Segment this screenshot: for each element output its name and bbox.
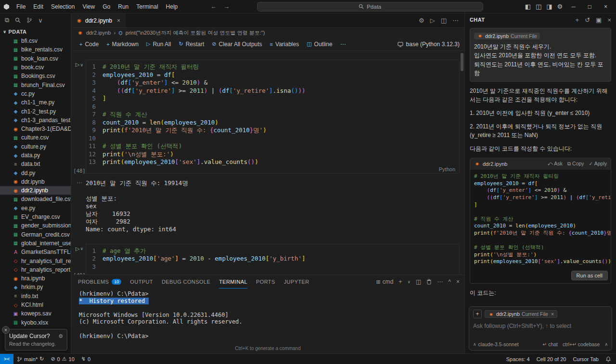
file-item-book-loan-csv[interactable]: ▦book_loan.csv [0, 54, 71, 63]
notebook-settings-icon[interactable]: ⚙ [419, 17, 424, 24]
code-line[interactable]: 4 ((df['y_retire'] >= 2011) | (df['y_ret… [86, 87, 459, 95]
file-item-hra-ipynb[interactable]: ◉hra.ipynb [0, 274, 71, 283]
add-context-button[interactable]: + [473, 310, 482, 318]
file-item-chapter3-1-eda-des-[interactable]: ◉Chapter3-1(EDA&Des... [0, 125, 71, 133]
run-cell-button[interactable]: ▷∨ [76, 62, 83, 68]
menu-help[interactable]: Help [162, 1, 182, 12]
file-item-ch1-3-pandas-test-py[interactable]: ◆ch1-3_pandas_test.py [0, 116, 71, 125]
tab-close-icon[interactable]: × [117, 17, 120, 24]
menu-go[interactable]: Go [99, 1, 114, 12]
run-as-cell-button[interactable]: Run as cell [571, 271, 608, 280]
status-cursor-tab[interactable]: Cursor Tab [569, 356, 602, 362]
file-item-global-internet-users-[interactable]: ▦global_internet_users... [0, 239, 71, 248]
context-chip[interactable]: ◉ ddr2.ipynb Current File [474, 33, 540, 39]
menu-view[interactable]: View [78, 1, 99, 12]
file-item-ddr2-ipynb[interactable]: ◉ddr2.ipynb [0, 186, 71, 195]
split-editor-icon[interactable]: ◫ [441, 17, 447, 24]
code-cell-2[interactable]: ▷∨ [49] 1# age 열 추가2employees_2010['age'… [73, 244, 460, 275]
file-item-hr-analytics-report-ht-[interactable]: ◇hr_analytics_report.ht... [0, 265, 71, 274]
code-line[interactable]: 2employees_2010 = df[ [86, 71, 459, 79]
new-chat-icon[interactable]: + [576, 16, 579, 24]
notification-close-icon[interactable]: × [2, 326, 10, 334]
code-line[interactable]: ] [474, 201, 607, 209]
menu-edit[interactable]: Edit [29, 1, 47, 12]
notification-link[interactable]: Read the changelog. [9, 341, 63, 347]
code-line[interactable]: 3 (df['y_enter'] <= 2010) & [86, 79, 459, 87]
copy-button[interactable]: ⧉ Copy [567, 161, 584, 167]
code-line[interactable]: 12print('\n성별 분포:') [86, 151, 459, 159]
chat-popout-icon[interactable]: ▣ [596, 16, 602, 24]
panel-tab-terminal[interactable]: TERMINAL [219, 275, 247, 289]
panel-close-icon[interactable]: × [456, 278, 460, 285]
window-maximize-button[interactable]: □ [584, 3, 595, 10]
remote-indicator[interactable]: >< [0, 354, 13, 364]
file-item-hrkim-py[interactable]: ◆hrkim.py [0, 283, 71, 291]
panel-tab-output[interactable]: OUTPUT [130, 275, 153, 289]
clear-all-outputs-button[interactable]: ⊘Clear All Outputs [208, 39, 265, 49]
output-collapse-icon[interactable]: ⋯ [73, 179, 86, 233]
toggle-primary-sidebar-icon[interactable]: ◧ [525, 3, 531, 10]
tab-ddr2-ipynb[interactable]: ◉ ddr2.ipynb × [71, 13, 126, 27]
ports-item[interactable]: ↯0 [78, 356, 94, 362]
run-editor-icon[interactable]: ▷ [430, 17, 435, 24]
file-item-brunch-final-csv[interactable]: ▦brunch_Final.csv [0, 80, 71, 89]
code-line[interactable]: 3 [86, 263, 459, 271]
outline-button[interactable]: ◫Outline [303, 39, 335, 49]
new-terminal-icon[interactable]: + [398, 278, 402, 285]
variables-button[interactable]: ≡Variables [267, 39, 303, 49]
code-line[interactable] [474, 237, 607, 244]
nav-back-icon[interactable]: ← [210, 3, 217, 10]
restart-kernel-button[interactable]: ↻Restart [175, 39, 207, 49]
code-line[interactable]: employees_2010 = df[ [474, 180, 607, 188]
kernel-picker[interactable]: base (Python 3.12.3) [398, 41, 460, 48]
settings-gear-icon[interactable]: ⚙ [557, 3, 563, 10]
remove-context-icon[interactable]: × [551, 311, 554, 317]
chat-scroll-area[interactable]: ◉ ddr2.ipynb Current File 2010년말 기준 직원수 … [465, 26, 616, 303]
expand-icon[interactable]: ∧ [604, 342, 608, 347]
file-item-cc-py[interactable]: ◆cc.py [0, 89, 71, 98]
file-item-data-txt[interactable]: ≡data.txt [0, 160, 71, 168]
window-minimize-button[interactable]: ─ [567, 3, 579, 10]
code-line[interactable]: (df['y_enter'] <= 2010) & [474, 187, 607, 194]
menu-selection[interactable]: Selection [47, 1, 78, 12]
code-line[interactable]: # 직원 수 계산 [474, 216, 607, 223]
cell-language-label[interactable]: Python [439, 166, 455, 172]
code-line[interactable]: ((df['y_retire'] >= 2011) | (df['y_retir… [474, 194, 607, 201]
panel-tab-debug-console[interactable]: DEBUG CONSOLE [162, 275, 210, 289]
add-code-cell-button[interactable]: +Code [76, 39, 102, 49]
file-item-bike-rentals-csv[interactable]: ▦bike_rentals.csv [0, 45, 71, 54]
more-actions-icon[interactable]: ⋯ [452, 17, 459, 24]
file-item-hr-analytics-full-repor-[interactable]: ◇hr_analytics_full_repor... [0, 256, 71, 265]
file-item-german-credit-csv[interactable]: ▦German_credit.csv [0, 230, 71, 239]
editor-scrollbar[interactable] [461, 53, 463, 71]
file-item-ee-py[interactable]: ◆ee.py [0, 204, 71, 213]
panel-tab-problems[interactable]: PROBLEMS10 [78, 275, 121, 289]
problems-item[interactable]: ⊘0 ⚠10 [47, 356, 77, 362]
file-item-culture-py[interactable]: ◆culture.py [0, 142, 71, 151]
toggle-secondary-sidebar-icon[interactable]: ◨ [546, 3, 552, 10]
git-branch-item[interactable]: main* ↻ [13, 356, 47, 362]
file-item-bfi-csv[interactable]: ▦bfi.csv [0, 37, 71, 45]
code-cell-1[interactable]: ▷∨ [48] 1# 2010년 말 기준 재직자 필터링2employees_… [73, 60, 460, 174]
code-line[interactable]: 7# 직원 수 계산 [86, 111, 459, 119]
sidebar-more-chevron-icon[interactable]: ∨ [38, 17, 43, 24]
status-spaces-4[interactable]: Spaces: 4 [503, 356, 533, 362]
file-item-kyobo-xlsx[interactable]: ▦kyobo.xlsx [0, 318, 71, 327]
run-cell-button[interactable]: ▷∨ [76, 246, 83, 252]
breadcrumb-cell[interactable]: print("\n2030년까지 예측이 포함된 여성 연도별 연령 분포:") [126, 29, 265, 37]
code-line[interactable]: print(f'2010년 말 기준 직원 수: {count_2010}명') [474, 230, 607, 237]
split-terminal-icon[interactable]: ◫ [416, 278, 421, 285]
menu-terminal[interactable]: Terminal [132, 1, 162, 12]
kill-terminal-icon[interactable] [426, 279, 432, 285]
chat-history-icon[interactable]: ↺ [585, 16, 590, 24]
code-line[interactable]: 6 [86, 103, 459, 111]
chat-input-box[interactable]: + ◉ ddr2.ipynb Current File × Ask follow… [469, 306, 612, 351]
update-notification[interactable]: × Update Cursor? ⚙ Read the changelog. [5, 329, 67, 351]
code-line[interactable]: # 2010년 말 기준 재직자 필터링 [474, 173, 607, 180]
file-item-koweps-sav[interactable]: ▣koweps.sav [0, 309, 71, 318]
chat-input-placeholder[interactable]: Ask followup (Ctrl+Shift+Y), ↑ to select [473, 323, 608, 341]
code-line[interactable]: # 성별 분포 확인 (선택적) [474, 244, 607, 251]
command-search-box[interactable]: Pdata [257, 2, 483, 12]
model-selector[interactable]: ∧ claude-3.5-sonnet [473, 341, 519, 347]
menu-file[interactable]: File [13, 1, 29, 12]
